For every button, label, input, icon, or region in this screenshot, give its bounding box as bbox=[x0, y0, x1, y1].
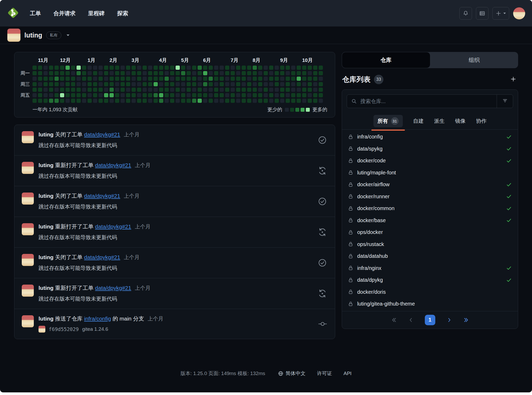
repo-row[interactable]: docker/runner bbox=[342, 191, 518, 203]
user-avatar[interactable] bbox=[22, 315, 34, 327]
footer-link[interactable]: 简体中文 bbox=[278, 370, 306, 377]
repo-row[interactable]: luting/gitea-github-theme bbox=[342, 298, 518, 310]
heatmap-cell bbox=[214, 71, 218, 75]
feed-object-link[interactable]: data/dpykg#21 bbox=[84, 254, 120, 260]
feed-object-link[interactable]: infra/config bbox=[84, 316, 111, 322]
feed-object-link[interactable]: data/dpykg#21 bbox=[84, 131, 120, 137]
repo-row[interactable]: data/spykg bbox=[342, 143, 518, 155]
heatmap-cell bbox=[269, 99, 273, 103]
feed-object-link[interactable]: data/dpykg#21 bbox=[84, 193, 120, 199]
first-page-button[interactable] bbox=[391, 317, 397, 323]
next-page-button[interactable] bbox=[446, 317, 452, 323]
legend-less-label: 更少的 bbox=[267, 106, 282, 113]
last-page-button[interactable] bbox=[463, 317, 469, 323]
issue-closed-icon bbox=[312, 135, 327, 145]
feed-user-link[interactable]: luting bbox=[39, 193, 53, 199]
commit-hash-link[interactable]: f69d552029 bbox=[49, 326, 79, 332]
repo-row[interactable]: docker/airflow bbox=[342, 179, 518, 191]
filter-tab[interactable]: 镜像 bbox=[455, 118, 466, 125]
nav-item[interactable]: 合并请求 bbox=[53, 10, 75, 17]
user-avatar[interactable] bbox=[22, 131, 34, 143]
heatmap-cell bbox=[181, 66, 185, 70]
repo-row[interactable]: infra/nginx bbox=[342, 262, 518, 274]
heatmap-grid bbox=[32, 66, 323, 103]
nav-item[interactable]: 探索 bbox=[117, 10, 128, 17]
heatmap-cell bbox=[220, 82, 224, 86]
user-avatar[interactable] bbox=[22, 254, 34, 266]
page-1[interactable]: 1 bbox=[425, 315, 435, 325]
heatmap-cell bbox=[71, 66, 75, 70]
heatmap-cell bbox=[264, 66, 268, 70]
feed-item: luting 关闭了工单 data/dpykg#21 上个月跳过存在版本可能导致… bbox=[14, 125, 335, 155]
nav-item[interactable]: 里程碑 bbox=[88, 10, 105, 17]
filter-tab[interactable]: 派生 bbox=[434, 118, 445, 125]
feed-user-link[interactable]: luting bbox=[39, 316, 53, 322]
feed-user-link[interactable]: luting bbox=[39, 254, 53, 260]
user-avatar[interactable] bbox=[513, 7, 525, 19]
filter-button[interactable] bbox=[497, 95, 513, 108]
feed-object-link[interactable]: data/dpykg#21 bbox=[95, 162, 131, 168]
feed-object-link[interactable]: data/dpykg#21 bbox=[95, 223, 131, 229]
bell-button[interactable] bbox=[459, 7, 472, 20]
heatmap-cell bbox=[181, 82, 185, 86]
heatmap-cell bbox=[269, 71, 273, 75]
heatmap-cell bbox=[297, 66, 301, 70]
repo-row[interactable]: docker/doris bbox=[342, 286, 518, 298]
heatmap-cell bbox=[88, 71, 92, 75]
heatmap-cell bbox=[319, 93, 323, 97]
heatmap-cell bbox=[258, 77, 262, 81]
filter-tab[interactable]: 自建 bbox=[413, 118, 424, 125]
feed-object-link[interactable]: data/dpykg#21 bbox=[95, 285, 131, 291]
heatmap-cell bbox=[137, 93, 141, 97]
repo-row[interactable]: data/datahub bbox=[342, 250, 518, 262]
heatmap-cell bbox=[247, 93, 251, 97]
heatmap-cell bbox=[313, 77, 317, 81]
user-avatar[interactable] bbox=[22, 285, 34, 297]
tab-repositories[interactable]: 仓库 bbox=[342, 52, 430, 68]
heatmap-cell bbox=[154, 71, 158, 75]
plus-button[interactable] bbox=[492, 7, 509, 20]
heatmap-cell bbox=[264, 93, 268, 97]
feed-user-link[interactable]: luting bbox=[39, 285, 53, 291]
footer-link[interactable]: 许可证 bbox=[317, 370, 332, 377]
feed-user-link[interactable]: luting bbox=[39, 223, 53, 229]
user-avatar[interactable] bbox=[22, 162, 34, 174]
heatmap-cell bbox=[132, 71, 136, 75]
footer-link[interactable]: API bbox=[344, 371, 352, 376]
prev-page-button[interactable] bbox=[408, 317, 414, 323]
filter-tab[interactable]: 协作 bbox=[476, 118, 487, 125]
server-button[interactable] bbox=[476, 7, 488, 20]
user-avatar[interactable] bbox=[22, 193, 34, 205]
repo-row[interactable]: infra/config bbox=[342, 131, 518, 143]
heatmap-cell bbox=[99, 82, 103, 86]
feed-timestamp: 上个月 bbox=[135, 285, 150, 291]
filter-tab[interactable]: 所有31 bbox=[373, 115, 403, 127]
repo-row[interactable]: ops/rustack bbox=[342, 238, 518, 250]
repo-row[interactable]: data/dpykg bbox=[342, 274, 518, 286]
heatmap-cell bbox=[121, 77, 125, 81]
chevron-down-icon[interactable] bbox=[66, 34, 70, 36]
repo-row[interactable]: ops/docker bbox=[342, 226, 518, 238]
heatmap-cell bbox=[302, 93, 306, 97]
heatmap-cell bbox=[253, 82, 257, 86]
user-avatar[interactable] bbox=[22, 223, 34, 235]
heatmap-month-label: 4月 bbox=[159, 57, 163, 64]
feed-user-link[interactable]: luting bbox=[39, 162, 53, 168]
repo-row[interactable]: docker/common bbox=[342, 202, 518, 215]
repo-row[interactable]: docker/base bbox=[342, 215, 518, 227]
feed-timestamp: 上个月 bbox=[135, 224, 150, 229]
repo-row[interactable]: docker/code bbox=[342, 155, 518, 167]
profile-avatar[interactable] bbox=[7, 29, 20, 42]
heatmap-cell bbox=[258, 88, 262, 92]
commit-author-avatar bbox=[39, 326, 45, 333]
add-repo-button[interactable] bbox=[510, 76, 517, 83]
heatmap-cell bbox=[308, 66, 312, 70]
repo-row[interactable]: luting/maple-font bbox=[342, 167, 518, 179]
nav-item[interactable]: 工单 bbox=[30, 10, 41, 17]
heatmap-cell bbox=[115, 71, 119, 75]
tab-organizations[interactable]: 组织 bbox=[430, 52, 518, 68]
heatmap-cell bbox=[247, 82, 251, 86]
search-input[interactable] bbox=[360, 95, 497, 108]
feed-user-link[interactable]: luting bbox=[39, 131, 53, 137]
gitea-logo[interactable] bbox=[7, 7, 19, 20]
